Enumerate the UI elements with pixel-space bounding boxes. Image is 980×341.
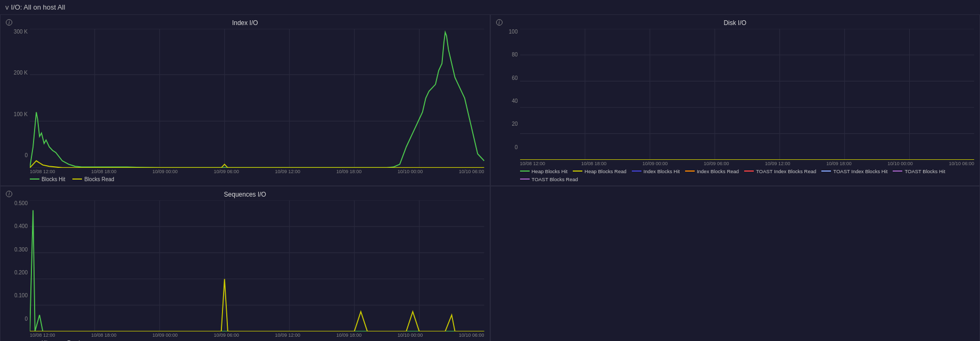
legend-toast-index-blocks-hit: TOAST Index Blocks Hit bbox=[821, 168, 887, 174]
sequences-io-x-axis: 10/08 12:00 10/08 18:00 10/09 00:00 10/0… bbox=[6, 332, 484, 338]
disk-io-y-axis: 100 80 60 40 20 0 bbox=[496, 29, 520, 160]
disk-io-panel: i Disk I/O 100 80 60 40 20 0 bbox=[490, 14, 981, 186]
empty-panel bbox=[490, 186, 981, 341]
disk-io-x-axis: 10/08 12:00 10/08 18:00 10/09 00:00 10/0… bbox=[496, 161, 975, 166]
page-header: v I/O: All on host All bbox=[0, 0, 980, 14]
legend-blocks-read: Blocks Read bbox=[72, 176, 114, 182]
sequences-io-panel: i Sequences I/O 0.500 0.400 0.300 0.200 … bbox=[0, 186, 490, 341]
legend-toast-index-blocks-read: TOAST Index Blocks Read bbox=[744, 168, 816, 174]
index-io-panel: i Index I/O 300 K 200 K 100 K 0 bbox=[0, 14, 490, 186]
sequences-io-legend: Hit Read bbox=[6, 338, 484, 341]
index-io-y-axis: 300 K 200 K 100 K 0 bbox=[6, 29, 30, 168]
legend-index-blocks-read: Index Blocks Read bbox=[685, 168, 739, 174]
sequences-io-y-axis: 0.500 0.400 0.300 0.200 0.100 0 bbox=[6, 200, 30, 331]
index-io-title: Index I/O bbox=[6, 19, 484, 27]
chevron-icon: v bbox=[5, 3, 9, 11]
disk-io-legend: Heap Blocks Hit Heap Blocks Read Index B… bbox=[496, 166, 975, 182]
disk-io-chart bbox=[520, 29, 975, 160]
info-icon-index: i bbox=[6, 19, 12, 26]
sequences-io-title: Sequences I/O bbox=[6, 191, 484, 198]
legend-heap-blocks-hit: Heap Blocks Hit bbox=[520, 168, 568, 174]
legend-toast-blocks-hit: TOAST Blocks Hit bbox=[893, 168, 945, 174]
legend-blocks-hit: Blocks Hit bbox=[30, 176, 65, 182]
index-io-chart bbox=[30, 29, 484, 168]
charts-container: i Index I/O 300 K 200 K 100 K 0 bbox=[0, 14, 980, 341]
index-io-legend: Blocks Hit Blocks Read bbox=[6, 174, 484, 182]
legend-toast-blocks-read: TOAST Blocks Read bbox=[520, 176, 578, 182]
info-icon-disk: i bbox=[496, 19, 503, 26]
page-title: I/O: All on host All bbox=[11, 3, 65, 11]
legend-index-blocks-hit: Index Blocks Hit bbox=[632, 168, 680, 174]
sequences-io-chart bbox=[30, 200, 484, 331]
info-icon-seq: i bbox=[6, 191, 12, 197]
index-io-x-axis: 10/08 12:00 10/08 18:00 10/09 00:00 10/0… bbox=[6, 169, 484, 174]
legend-heap-blocks-read: Heap Blocks Read bbox=[573, 168, 627, 174]
disk-io-title: Disk I/O bbox=[496, 19, 975, 27]
